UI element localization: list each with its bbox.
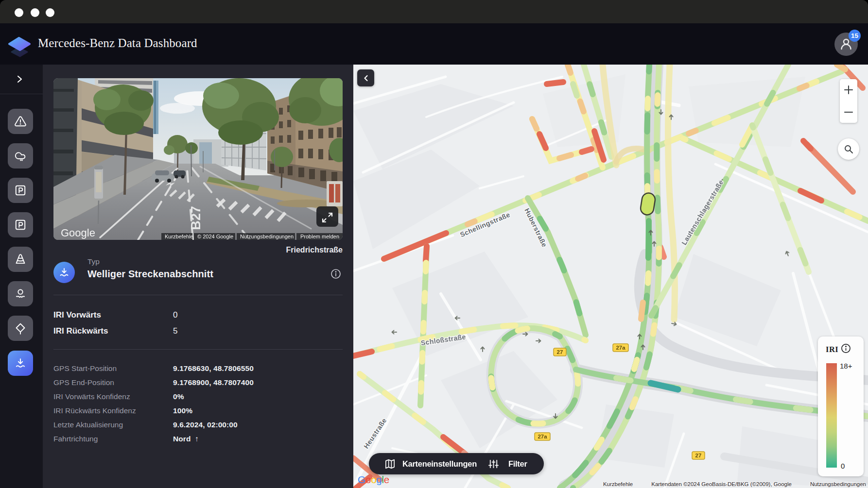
svg-text:Kurzbefehle: Kurzbefehle (165, 234, 193, 239)
svg-text:27: 27 (695, 453, 702, 458)
svg-text:© 2024 Google: © 2024 Google (197, 234, 233, 239)
svg-text:Nutzungsbedingungen: Nutzungsbedingungen (240, 234, 294, 239)
svg-text:Google: Google (61, 227, 95, 239)
svg-text:27a: 27a (538, 434, 547, 439)
svg-text:27a: 27a (616, 345, 625, 351)
svg-text:Problem melden: Problem melden (300, 234, 339, 239)
svg-text:27: 27 (557, 349, 563, 355)
svg-text:B27: B27 (189, 206, 203, 230)
